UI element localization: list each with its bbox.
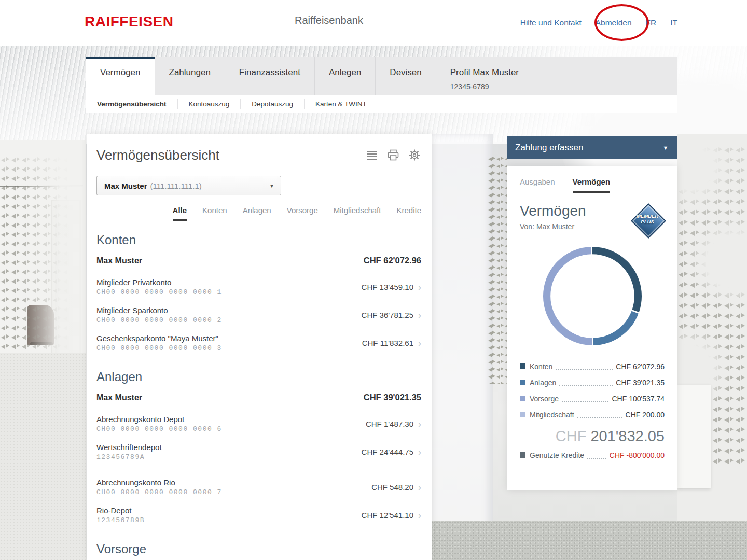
legend-row: Anlagen CHF 39'021.35	[520, 374, 665, 390]
logout-link[interactable]: Abmelden	[596, 18, 632, 27]
tab-vermoegen-summary[interactable]: Vermögen	[573, 177, 611, 193]
legend-leader	[559, 385, 613, 386]
tab-vermoegen[interactable]: Vermögen	[86, 57, 155, 95]
account-row[interactable]: Abrechnungskonto Depot CH00 0000 0000 00…	[96, 410, 421, 438]
chevron-right-icon: ›	[418, 447, 421, 457]
background-floor	[431, 521, 747, 560]
list-view-icon[interactable]	[366, 149, 378, 161]
raiffeisen-logo[interactable]: RAIFFEISEN	[85, 13, 173, 30]
asset-donut-chart	[520, 242, 665, 352]
account-iban: CH00 0000 0000 0000 0000 6	[96, 425, 222, 433]
settings-gear-icon[interactable]	[409, 149, 420, 161]
account-iban: CH00 0000 0000 0000 0000 7	[96, 488, 222, 496]
legend-amount: CHF 39'021.35	[616, 379, 665, 387]
tab-label: Finanzassistent	[239, 67, 300, 77]
account-row[interactable]: Wertschriftendepot 123456789A CHF 24'444…	[96, 438, 421, 466]
legend-amount: CHF 200.00	[626, 411, 665, 419]
filter-tabs: Alle Konten Anlagen Vorsorge Mitgliedsch…	[96, 206, 421, 220]
summary-amount: CHF 39'021.35	[364, 393, 421, 402]
account-name: Mitglieder Sparkonto	[96, 306, 222, 315]
filter-tab-kredite[interactable]: Kredite	[396, 206, 421, 220]
filter-tab-alle[interactable]: Alle	[173, 206, 187, 221]
credit-amount: CHF -800'000.00	[610, 451, 665, 459]
account-name: Abrechnungskonto Depot	[96, 415, 222, 424]
account-iban: CH00 0000 0000 0000 0000 1	[96, 288, 222, 296]
filter-tab-anlagen[interactable]: Anlagen	[243, 206, 271, 220]
header-links: Hilfe und Kontakt Abmelden FR IT	[520, 0, 677, 46]
legend-row: Vorsorge CHF 100'537.74	[520, 390, 665, 407]
create-payment-button[interactable]: Zahlung erfassen ▼	[507, 136, 677, 159]
total-currency: CHF	[556, 428, 587, 444]
language-it-link[interactable]: IT	[670, 18, 677, 27]
account-iban: CH00 0000 0000 0000 0000 3	[96, 344, 222, 352]
legend-row: Konten CHF 62'072.96	[520, 358, 665, 374]
account-row[interactable]: Mitglieder Privatkonto CH00 0000 0000 00…	[96, 273, 421, 301]
legend-label: Mitgliedschaft	[530, 411, 574, 419]
filter-tab-konten[interactable]: Konten	[202, 206, 227, 220]
account-amount: CHF 24'444.75	[362, 447, 413, 456]
legend-label: Konten	[530, 362, 552, 371]
legend-leader	[577, 417, 622, 418]
filter-tab-mitgliedschaft[interactable]: Mitgliedschaft	[334, 206, 381, 220]
legend-leader	[562, 401, 608, 402]
subtab-vermoegensuebersicht[interactable]: Vermögensübersicht	[86, 99, 178, 109]
help-contact-link[interactable]: Hilfe und Kontakt	[520, 18, 582, 27]
legend-label: Anlagen	[530, 379, 556, 387]
account-row[interactable]: Rio-Depot 123456789B CHF 12'541.10 ›	[96, 501, 421, 529]
account-amount: CHF 1'487.30	[366, 419, 413, 428]
tab-label: Vermögen	[100, 67, 141, 77]
subtab-kontoauszug[interactable]: Kontoauszug	[178, 99, 241, 109]
account-iban: 123456789A	[96, 453, 162, 461]
tab-zahlungen[interactable]: Zahlungen	[155, 57, 225, 95]
asset-overview-panel: Vermögensübersicht	[87, 134, 432, 560]
account-amount: CHF 13'459.10	[362, 283, 413, 291]
top-header: RAIFFEISEN Raiffeisenbank Hilfe und Kont…	[0, 0, 747, 46]
account-amount: CHF 548.20	[371, 483, 413, 492]
asset-summary-panel: Ausgaben Vermögen Vermögen Von: Max Must…	[507, 166, 677, 490]
chevron-down-icon: ▼	[269, 183, 274, 189]
account-name: Mitglieder Privatkonto	[96, 278, 222, 287]
chevron-right-icon: ›	[418, 511, 421, 520]
legend-amount: CHF 62'072.96	[616, 362, 665, 371]
account-iban: 123456789B	[96, 516, 145, 524]
section-heading-vorsorge: Vorsorge	[96, 542, 421, 556]
total-assets: CHF201'832.05	[520, 428, 665, 445]
customer-select[interactable]: Max Muster (111.111.111.1) ▼	[96, 176, 281, 195]
tab-profil[interactable]: Profil Max Muster 12345-6789	[436, 57, 533, 95]
account-name: Wertschriftendepot	[96, 443, 162, 452]
tab-anlegen[interactable]: Anlegen	[315, 57, 376, 95]
print-icon[interactable]	[388, 149, 399, 161]
legend-marker-kredite	[520, 452, 525, 458]
legend-marker-konten	[520, 363, 525, 369]
member-plus-badge: MEMBER PLUS	[630, 203, 665, 237]
section-summary: Max Muster CHF 62'072.96	[96, 253, 421, 273]
summary-name: Max Muster	[96, 256, 142, 265]
tab-ausgaben[interactable]: Ausgaben	[520, 177, 555, 192]
account-name: Abrechnungskonto Rio	[96, 478, 222, 487]
account-row[interactable]: Mitglieder Sparkonto CH00 0000 0000 0000…	[96, 301, 421, 329]
summary-owner: Von: Max Muster	[520, 222, 586, 231]
background-floor-left	[0, 353, 86, 560]
tab-label: Zahlungen	[169, 67, 211, 77]
payment-dropdown-zone[interactable]: ▼	[654, 136, 677, 159]
chevron-down-icon: ▼	[663, 145, 669, 151]
customer-number: (111.111.111.1)	[150, 181, 202, 190]
badge-line1: MEMBER	[630, 213, 665, 219]
ebanking-page: RAIFFEISEN Raiffeisenbank Hilfe und Kont…	[0, 0, 747, 560]
language-fr-link[interactable]: FR	[646, 18, 657, 27]
customer-name: Max Muster	[104, 181, 147, 190]
profile-number: 12345-6789	[450, 82, 519, 91]
filter-tab-vorsorge[interactable]: Vorsorge	[287, 206, 318, 220]
legend-amount: CHF 100'537.74	[612, 395, 665, 403]
account-row[interactable]: Geschenksparkonto "Maya Muster" CH00 000…	[96, 329, 421, 357]
subtab-depotauszug[interactable]: Depotauszug	[241, 99, 305, 109]
chevron-right-icon: ›	[418, 419, 421, 429]
credit-row: Genutzte Kredite CHF -800'000.00	[520, 447, 665, 463]
account-amount: CHF 36'781.25	[362, 311, 413, 319]
tab-devisen[interactable]: Devisen	[376, 57, 436, 95]
tab-finanzassistent[interactable]: Finanzassistent	[225, 57, 315, 95]
account-row[interactable]: Abrechnungskonto Rio CH00 0000 0000 0000…	[96, 473, 421, 501]
subtab-karten-twint[interactable]: Karten & TWINT	[305, 99, 378, 109]
tab-label: Profil Max Muster	[450, 67, 519, 77]
legend-marker-mitgliedschaft	[520, 412, 525, 417]
